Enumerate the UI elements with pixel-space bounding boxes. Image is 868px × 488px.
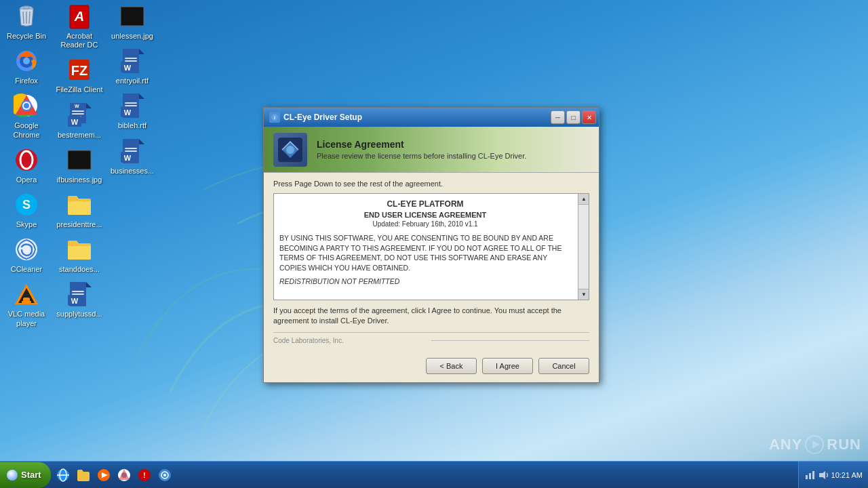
entryoil-label: entryoil.rtf (116, 77, 149, 85)
start-button[interactable]: Start (0, 462, 51, 488)
license-content: CL-EYE PLATFORM END USER LICENSE AGREEME… (279, 199, 583, 285)
acrobat-label: Acrobat Reader DC (54, 32, 104, 49)
license-subtitle: END USER LICENSE AGREEMENT (279, 211, 571, 219)
svg-text:W: W (71, 118, 78, 126)
supplytussd-label: supplytussd... (56, 310, 102, 319)
svg-rect-39 (72, 291, 84, 292)
dialog-title-text: CL-Eye Driver Setup (283, 113, 362, 122)
svg-marker-54 (139, 94, 144, 99)
dialog-accept-text: If you accept the terms of the agreement… (273, 306, 589, 327)
scrollbar-up-button[interactable]: ▲ (578, 194, 589, 205)
desktop-icon-skype[interactable]: S Skype (0, 188, 53, 232)
recycle-bin-label: Recycle Bin (7, 32, 46, 41)
taskbar-network-icon[interactable] (155, 466, 174, 485)
desktop-icons-col1: Recycle Bin Firefox (0, 0, 53, 332)
taskbar-avira-icon[interactable]: ! (135, 466, 154, 485)
anyrun-watermark: ANY RUN (769, 435, 861, 454)
desktop-icon-recycle-bin[interactable]: Recycle Bin (0, 0, 53, 43)
desktop-icon-supplytussd[interactable]: W supplytussd... (53, 278, 106, 321)
svg-rect-20 (22, 301, 31, 303)
svg-rect-4 (24, 6, 29, 9)
minimize-button[interactable]: ─ (551, 110, 565, 124)
dialog-window-controls: ─ □ ✕ (551, 110, 596, 124)
desktop-icon-bestremem[interactable]: W W bestremem... (53, 99, 106, 142)
svg-rect-29 (72, 110, 84, 112)
svg-rect-85 (806, 475, 808, 479)
businesses-label: businesses... (111, 167, 154, 176)
dialog-footer-label: Code Laboratories, Inc. (273, 337, 431, 344)
tray-network-icon (804, 470, 815, 481)
desktop-icon-ccleaner[interactable]: CCleaner (0, 233, 53, 277)
taskbar-right: 10:21 AM (798, 462, 868, 488)
svg-text:W: W (75, 104, 79, 108)
license-scrollbar[interactable]: ▲ ▼ (578, 194, 589, 300)
dialog-header: License Agreement Please review the lice… (264, 127, 599, 173)
desktop-icon-filezilla[interactable]: FZ FileZilla Client (53, 54, 106, 97)
dialog-buttons: < Back I Agree Cancel (264, 352, 599, 382)
dialog-titlebar[interactable]: i CL-Eye Driver Setup ─ □ ✕ (264, 108, 599, 127)
desktop-icon-unlessen[interactable]: unlessen.jpg (106, 0, 159, 43)
taskbar-explorer-icon[interactable] (74, 466, 93, 485)
svg-marker-61 (139, 139, 144, 144)
desktop-icon-vlc[interactable]: VLC media player (0, 278, 53, 330)
svg-marker-38 (86, 282, 92, 287)
back-button[interactable]: < Back (426, 358, 477, 374)
svg-marker-72 (812, 441, 820, 449)
svg-rect-30 (72, 113, 84, 115)
desktop-icon-businesses[interactable]: W businesses... (106, 135, 159, 178)
desktop-icon-firefox[interactable]: Firefox (0, 45, 53, 88)
bestremem-label: bestremem... (58, 131, 101, 140)
license-body1: BY USING THIS SOFTWARE, YOU ARE CONSENTI… (279, 233, 571, 273)
license-text-area[interactable]: CL-EYE PLATFORM END USER LICENSE AGREEME… (273, 193, 589, 300)
vlc-label: VLC media player (1, 310, 52, 327)
taskbar-chrome-icon[interactable] (115, 466, 134, 485)
svg-text:W: W (123, 108, 131, 117)
ifbusiness-label: ifbusiness.jpg (57, 176, 102, 184)
maximize-button[interactable]: □ (566, 110, 580, 124)
dialog-footer-bar: Code Laboratories, Inc. (273, 332, 589, 346)
desktop-icon-bibleh[interactable]: W bibleh.rtf (106, 89, 159, 133)
svg-text:W: W (123, 154, 131, 162)
svg-rect-48 (125, 58, 137, 59)
svg-marker-88 (819, 471, 825, 479)
dialog-header-title: License Agreement (317, 139, 589, 150)
opera-label: Opera (16, 176, 37, 184)
desktop-icon-entryoil[interactable]: W entryoil.rtf (106, 45, 159, 88)
svg-rect-44 (121, 7, 144, 26)
dialog-app-icon (273, 133, 307, 167)
chrome-label: Google Chrome (1, 121, 52, 139)
license-title: CL-EYE PLATFORM (279, 199, 571, 209)
desktop-icon-chrome[interactable]: Google Chrome (0, 89, 53, 142)
svg-point-12 (16, 149, 37, 171)
svg-text:i: i (274, 115, 275, 120)
desktop-icons-col3: unlessen.jpg W entryoil.rtf (106, 0, 159, 180)
desktop-icon-ifbusiness[interactable]: ifbusiness.jpg (53, 144, 106, 187)
svg-point-7 (23, 58, 30, 64)
dialog-header-text: License Agreement Please review the lice… (317, 139, 589, 160)
svg-rect-62 (125, 148, 137, 149)
unlessen-label: unlessen.jpg (111, 32, 153, 41)
svg-text:!: ! (143, 472, 145, 479)
dialog-body: Press Page Down to see the rest of the a… (264, 173, 599, 352)
svg-rect-63 (125, 150, 137, 152)
filezilla-label: FileZilla Client (56, 85, 102, 94)
svg-text:W: W (71, 297, 78, 305)
desktop-icon-opera[interactable]: Opera (0, 144, 53, 187)
desktop-icon-acrobat[interactable]: A Acrobat Reader DC (53, 0, 106, 52)
svg-text:FZ: FZ (71, 63, 87, 78)
desktop-icon-presidenttre[interactable]: presidenttre... (53, 188, 106, 232)
svg-point-84 (163, 474, 166, 476)
agree-button[interactable]: I Agree (482, 358, 533, 374)
start-label: Start (21, 470, 41, 480)
dialog-title-icon: i (269, 112, 280, 123)
cancel-button[interactable]: Cancel (538, 358, 589, 374)
taskbar-time: 10:21 AM (831, 471, 863, 479)
svg-line-1 (23, 12, 24, 24)
desktop-icon-standdoes[interactable]: standdoes... (53, 233, 106, 277)
taskbar-wmp-icon[interactable] (94, 466, 113, 485)
dialog-footer-line (431, 340, 589, 341)
taskbar-ie-icon[interactable] (54, 466, 73, 485)
scrollbar-down-button[interactable]: ▼ (578, 289, 589, 300)
svg-line-3 (29, 12, 30, 24)
close-button[interactable]: ✕ (582, 110, 596, 124)
